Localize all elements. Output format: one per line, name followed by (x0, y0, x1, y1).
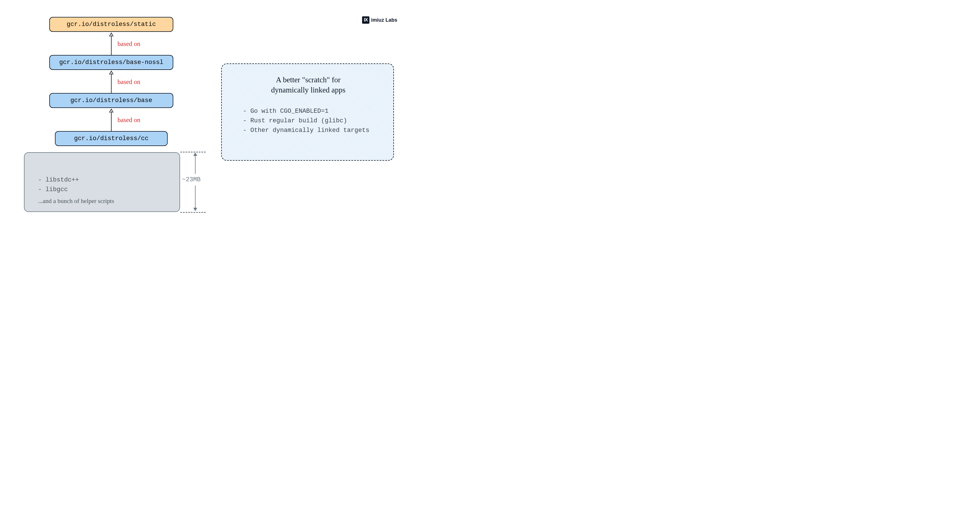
edge-label: based on (118, 40, 140, 48)
cc-contents-extra: ...and a bunch of helper scripts (38, 197, 171, 205)
brand-logo-icon: IX (362, 16, 369, 24)
arrow-line (111, 35, 111, 55)
list-item: Go with CGO_ENABLED=1 (250, 108, 328, 115)
size-label: ~23MB (181, 174, 202, 185)
edge-label: based on (118, 78, 140, 86)
arrow-line (111, 73, 111, 93)
size-dash-bottom (180, 212, 206, 213)
arrow-1: based on (49, 32, 173, 55)
brand-logo: IX imiuz Labs (362, 16, 397, 24)
cc-contents-box: - libstdc++ - libgcc ...and a bunch of h… (24, 152, 180, 212)
node-distroless-base-nossl: gcr.io/distroless/base-nossl (49, 55, 173, 70)
summary-title: A better "scratch" for dynamically linke… (237, 75, 379, 95)
node-distroless-static: gcr.io/distroless/static (49, 17, 173, 32)
summary-title-line2: dynamically linked apps (271, 86, 345, 94)
cc-contents-list: - libstdc++ - libgcc (38, 176, 171, 195)
image-hierarchy: gcr.io/distroless/static based on gcr.io… (24, 17, 199, 146)
list-item: Other dynamically linked targets (250, 127, 369, 134)
edge-label: based on (118, 117, 140, 124)
summary-title-line1: A better "scratch" for (276, 75, 340, 84)
brand-logo-text: imiuz Labs (371, 17, 397, 23)
list-item: libgcc (45, 186, 68, 193)
list-item: Rust regular build (glibc) (250, 117, 347, 125)
node-distroless-base: gcr.io/distroless/base (49, 93, 173, 108)
arrow-line (111, 111, 111, 131)
summary-list: - Go with CGO_ENABLED=1 - Rust regular b… (237, 107, 379, 135)
node-distroless-cc: gcr.io/distroless/cc (55, 131, 168, 146)
arrow-3: based on (49, 108, 173, 131)
arrow-2: based on (49, 70, 173, 93)
summary-panel: A better "scratch" for dynamically linke… (221, 64, 394, 161)
list-item: libstdc++ (45, 176, 79, 184)
arrow-down-icon (193, 208, 197, 211)
